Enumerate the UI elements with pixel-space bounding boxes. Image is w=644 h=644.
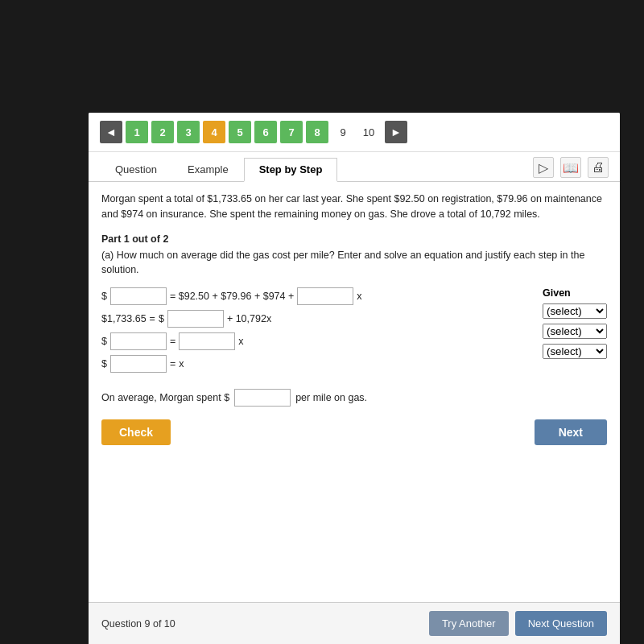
value-1733: $1,733.65 — [101, 313, 147, 324]
content-panel: ◄ 1 2 3 4 5 6 7 8 9 10 ► Question Exampl… — [89, 113, 620, 612]
eq-input-3b[interactable] — [179, 332, 235, 350]
dollar-4: $ — [101, 358, 107, 369]
tab-example[interactable]: Example — [172, 158, 244, 180]
page-5[interactable]: 5 — [229, 121, 251, 143]
question-counter: Question 9 of 10 — [101, 618, 175, 630]
eq-input-3a[interactable] — [110, 332, 167, 350]
page-6[interactable]: 6 — [254, 121, 277, 143]
eq-equals-3: = — [170, 336, 175, 347]
next-button[interactable]: Next — [535, 419, 607, 445]
eq-row-2: $1,733.65 = $ + 10,792x — [101, 310, 526, 328]
eq-x-3: x — [238, 336, 243, 347]
tab-question[interactable]: Question — [100, 158, 172, 180]
page-4[interactable]: 4 — [203, 121, 225, 143]
bottom-bar: Question 9 of 10 Try Another Next Questi… — [89, 602, 620, 644]
given-label: Given — [543, 287, 607, 299]
select-3[interactable]: (select) — [543, 344, 607, 359]
part-label: Part 1 out of 2 — [101, 233, 607, 245]
eq-x-4: x — [179, 358, 184, 369]
prev-page-button[interactable]: ◄ — [100, 121, 122, 143]
dollar-2: $ — [159, 313, 164, 324]
eq-row-3: $ = x — [101, 332, 526, 350]
eq-equals-2: = — [150, 313, 155, 324]
eq-input-1b[interactable] — [297, 287, 353, 305]
next-page-button[interactable]: ► — [385, 121, 407, 143]
page-9[interactable]: 9 — [332, 121, 354, 143]
equation-left: $ = $92.50 + $79.96 + $974 + x $1,733.65… — [101, 287, 526, 378]
page-8[interactable]: 8 — [306, 121, 328, 143]
eq-input-4[interactable] — [110, 355, 167, 373]
eq-input-2[interactable] — [167, 310, 224, 328]
tabs-bar: Question Example Step by Step ▷ 📖 🖨 — [89, 152, 620, 182]
part-question: (a) How much on average did the gas cost… — [101, 248, 607, 279]
pagination-bar: ◄ 1 2 3 4 5 6 7 8 9 10 ► — [89, 113, 620, 152]
buttons-row: Check Next — [101, 419, 607, 445]
tab-step-by-step[interactable]: Step by Step — [244, 158, 338, 182]
avg-prefix: On average, Morgan spent $ — [101, 392, 229, 403]
print-icon-button[interactable]: 🖨 — [588, 157, 609, 178]
eq-input-1a[interactable] — [110, 287, 167, 305]
eq-text-1: = $92.50 + $79.96 + $974 + — [170, 291, 294, 302]
play-icon-button[interactable]: ▷ — [533, 157, 554, 178]
avg-input[interactable] — [234, 389, 291, 407]
tab-icons: ▷ 📖 🖨 — [533, 157, 609, 181]
eq-x-1: x — [357, 291, 361, 302]
select-2[interactable]: (select) — [543, 324, 607, 339]
page-2[interactable]: 2 — [151, 121, 174, 143]
eq-equals-4: = — [170, 358, 175, 369]
outer-wrapper: ◄ 1 2 3 4 5 6 7 8 9 10 ► Question Exampl… — [0, 0, 644, 644]
eq-row-4: $ = x — [101, 355, 526, 373]
equation-area: $ = $92.50 + $79.96 + $974 + x $1,733.65… — [101, 287, 607, 378]
given-selects: (select) (select) (select) — [543, 303, 607, 359]
avg-suffix: per mile on gas. — [295, 392, 367, 403]
page-7[interactable]: 7 — [280, 121, 303, 143]
book-icon-button[interactable]: 📖 — [560, 157, 581, 178]
next-question-button[interactable]: Next Question — [515, 611, 607, 636]
page-3[interactable]: 3 — [177, 121, 200, 143]
given-label-row: Given — [543, 287, 607, 299]
main-content: Morgan spent a total of $1,733.65 on her… — [89, 182, 620, 455]
bottom-buttons: Try Another Next Question — [429, 611, 607, 636]
dollar-sign-1: $ — [101, 291, 107, 302]
eq-row-1: $ = $92.50 + $79.96 + $974 + x — [101, 287, 526, 305]
equation-right: Given (select) (select) (select) — [543, 287, 607, 378]
problem-text: Morgan spent a total of $1,733.65 on her… — [101, 192, 607, 222]
dollar-3: $ — [101, 336, 107, 347]
select-1[interactable]: (select) — [543, 303, 607, 319]
check-button[interactable]: Check — [101, 419, 171, 445]
page-1[interactable]: 1 — [126, 121, 148, 143]
page-10[interactable]: 10 — [357, 121, 380, 143]
eq-plus-miles: + 10,792x — [227, 313, 271, 324]
try-another-button[interactable]: Try Another — [429, 611, 509, 636]
average-line: On average, Morgan spent $ per mile on g… — [101, 389, 607, 407]
